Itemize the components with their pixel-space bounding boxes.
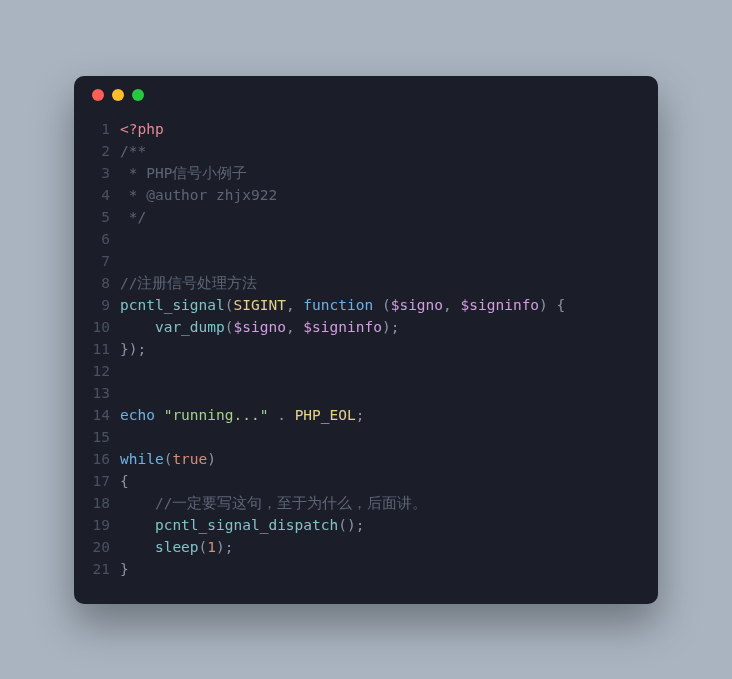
close-icon[interactable] (92, 89, 104, 101)
code-line[interactable]: 18 //一定要写这句，至于为什么，后面讲。 (86, 492, 640, 514)
token: while (120, 451, 164, 467)
code-editor[interactable]: 1<?php2/**3 * PHP信号小例子4 * @author zhjx92… (74, 114, 658, 580)
line-number: 17 (86, 470, 120, 492)
window-titlebar (74, 76, 658, 114)
code-line[interactable]: 4 * @author zhjx922 (86, 184, 640, 206)
token: ) (207, 451, 216, 467)
line-content[interactable] (120, 250, 640, 272)
line-content[interactable]: <?php (120, 118, 640, 140)
token: * PHP信号小例子 (120, 165, 247, 181)
code-line[interactable]: 5 */ (86, 206, 640, 228)
token: }); (120, 341, 146, 357)
code-line[interactable]: 2/** (86, 140, 640, 162)
code-line[interactable]: 8//注册信号处理方法 (86, 272, 640, 294)
code-line[interactable]: 16while(true) (86, 448, 640, 470)
token: sleep (155, 539, 199, 555)
token: ( (382, 297, 391, 313)
token: ( (225, 297, 234, 313)
line-number: 15 (86, 426, 120, 448)
token: ; (356, 407, 365, 423)
line-number: 12 (86, 360, 120, 382)
token: /** (120, 143, 146, 159)
token: ( (225, 319, 234, 335)
line-number: 13 (86, 382, 120, 404)
code-line[interactable]: 6 (86, 228, 640, 250)
token: pcntl_signal_dispatch (155, 517, 338, 533)
line-content[interactable]: }); (120, 338, 640, 360)
token: $signinfo (461, 297, 540, 313)
token: //一定要写这句，至于为什么，后面讲。 (155, 495, 427, 511)
token: function (303, 297, 373, 313)
line-content[interactable]: while(true) (120, 448, 640, 470)
line-number: 1 (86, 118, 120, 140)
token (120, 539, 155, 555)
line-content[interactable]: var_dump($signo, $signinfo); (120, 316, 640, 338)
line-content[interactable]: */ (120, 206, 640, 228)
token: */ (120, 209, 146, 225)
code-line[interactable]: 3 * PHP信号小例子 (86, 162, 640, 184)
code-line[interactable]: 21} (86, 558, 640, 580)
line-content[interactable]: /** (120, 140, 640, 162)
line-content[interactable] (120, 228, 640, 250)
token: 1 (207, 539, 216, 555)
code-line[interactable]: 13 (86, 382, 640, 404)
token: pcntl_signal (120, 297, 225, 313)
line-content[interactable]: * @author zhjx922 (120, 184, 640, 206)
code-line[interactable]: 15 (86, 426, 640, 448)
token: ); (382, 319, 399, 335)
line-number: 5 (86, 206, 120, 228)
code-window: 1<?php2/**3 * PHP信号小例子4 * @author zhjx92… (74, 76, 658, 604)
token: ); (216, 539, 233, 555)
line-content[interactable] (120, 382, 640, 404)
line-number: 9 (86, 294, 120, 316)
code-line[interactable]: 11}); (86, 338, 640, 360)
code-line[interactable]: 7 (86, 250, 640, 272)
token: } (120, 561, 129, 577)
line-content[interactable]: pcntl_signal(SIGINT, function ($signo, $… (120, 294, 640, 316)
code-line[interactable]: 12 (86, 360, 640, 382)
code-line[interactable]: 20 sleep(1); (86, 536, 640, 558)
line-content[interactable] (120, 360, 640, 382)
line-number: 18 (86, 492, 120, 514)
line-number: 20 (86, 536, 120, 558)
code-line[interactable]: 14echo "running..." . PHP_EOL; (86, 404, 640, 426)
code-line[interactable]: 17{ (86, 470, 640, 492)
line-content[interactable]: echo "running..." . PHP_EOL; (120, 404, 640, 426)
line-content[interactable]: pcntl_signal_dispatch(); (120, 514, 640, 536)
token: * @author zhjx922 (120, 187, 277, 203)
token (155, 407, 164, 423)
line-content[interactable]: } (120, 558, 640, 580)
line-number: 4 (86, 184, 120, 206)
token: (); (338, 517, 364, 533)
zoom-icon[interactable] (132, 89, 144, 101)
line-content[interactable]: { (120, 470, 640, 492)
token: , (443, 297, 460, 313)
token: <?php (120, 121, 164, 137)
token: PHP_EOL (295, 407, 356, 423)
line-number: 19 (86, 514, 120, 536)
token: //注册信号处理方法 (120, 275, 257, 291)
code-line[interactable]: 10 var_dump($signo, $signinfo); (86, 316, 640, 338)
token: SIGINT (234, 297, 286, 313)
line-content[interactable] (120, 426, 640, 448)
token (373, 297, 382, 313)
code-line[interactable]: 1<?php (86, 118, 640, 140)
token: $signo (234, 319, 286, 335)
line-content[interactable]: //注册信号处理方法 (120, 272, 640, 294)
line-number: 8 (86, 272, 120, 294)
token: { (120, 473, 129, 489)
code-line[interactable]: 9pcntl_signal(SIGINT, function ($signo, … (86, 294, 640, 316)
token: $signinfo (303, 319, 382, 335)
token (120, 319, 155, 335)
line-content[interactable]: //一定要写这句，至于为什么，后面讲。 (120, 492, 640, 514)
token: ) { (539, 297, 565, 313)
token: echo (120, 407, 155, 423)
minimize-icon[interactable] (112, 89, 124, 101)
code-line[interactable]: 19 pcntl_signal_dispatch(); (86, 514, 640, 536)
line-content[interactable]: sleep(1); (120, 536, 640, 558)
token: var_dump (155, 319, 225, 335)
token: $signo (391, 297, 443, 313)
token: . (277, 407, 286, 423)
token: , (286, 319, 303, 335)
line-content[interactable]: * PHP信号小例子 (120, 162, 640, 184)
